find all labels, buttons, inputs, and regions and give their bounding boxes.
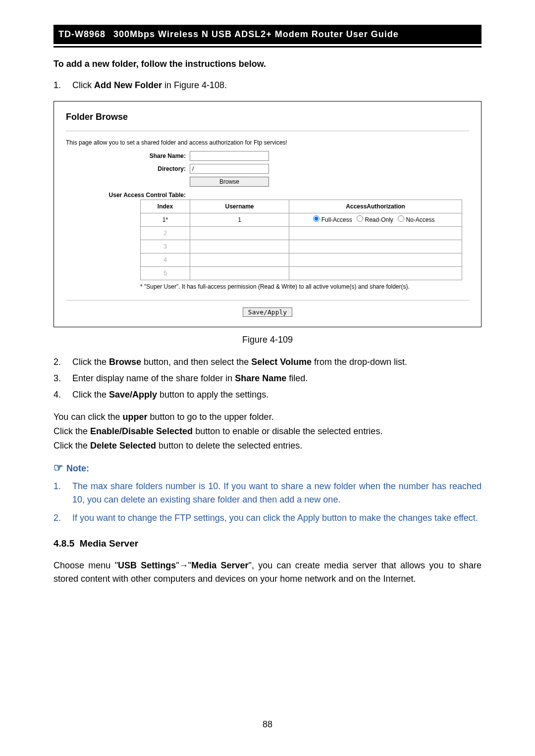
body-line-upper: You can click the upper button to go to …	[54, 410, 482, 424]
cell-index: 3	[141, 240, 190, 253]
figure-divider	[66, 131, 469, 131]
radio-full-access[interactable]: Full-Access	[313, 216, 352, 223]
step-3: 3.Enter display name of the share folder…	[54, 372, 482, 385]
document-header: TD-W8968 300Mbps Wireless N USB ADSL2+ M…	[54, 25, 482, 44]
table-row: 2	[141, 227, 462, 240]
cell-access	[289, 267, 462, 280]
share-name-row: Share Name:	[66, 151, 469, 161]
cell-access	[289, 253, 462, 267]
cell-access: Full-Access Read-Only No-Access	[289, 213, 462, 227]
step-2: 2.Click the Browse button, and then sele…	[54, 355, 482, 369]
table-footnote: * "Super User". It has full-access permi…	[140, 282, 469, 291]
figure-description: This page allow you to set a shared fold…	[66, 138, 469, 147]
section-heading: 4.8.5 Media Server	[54, 537, 482, 551]
col-access: AccessAuthorization	[289, 200, 462, 213]
save-apply-row: Save/Apply	[66, 307, 469, 317]
figure-caption: Figure 4-109	[54, 333, 482, 347]
note-heading: ☞Note:	[54, 459, 482, 476]
radio-no-access[interactable]: No-Access	[398, 216, 434, 223]
note-2: 2.If you want to change the FTP settings…	[54, 511, 482, 525]
step-1: 1.Click Add New Folder in Figure 4-108.	[54, 79, 482, 92]
table-row: 5	[141, 267, 462, 280]
share-name-input[interactable]	[190, 151, 269, 161]
table-row: 4	[141, 253, 462, 267]
table-row: 3	[141, 240, 462, 253]
user-access-table: Index Username AccessAuthorization 1* 1 …	[140, 200, 462, 280]
col-username: Username	[190, 200, 289, 213]
cell-index: 5	[141, 267, 190, 280]
cell-access	[289, 227, 462, 240]
table-row: 1* 1 Full-Access Read-Only No-Access	[141, 213, 462, 227]
directory-row: Directory:	[66, 164, 469, 174]
cell-index: 1*	[141, 213, 190, 227]
radio-read-only[interactable]: Read-Only	[357, 216, 393, 223]
header-rule	[54, 46, 482, 48]
uact-label: User Access Control Table:	[66, 191, 190, 200]
share-name-label: Share Name:	[66, 151, 190, 160]
header-model: TD-W8968	[58, 29, 106, 39]
cell-username	[190, 267, 289, 280]
page-number: 88	[0, 718, 535, 731]
note-1: 1.The max share folders number is 10. If…	[54, 480, 482, 506]
figure-divider-bottom	[66, 300, 469, 301]
col-index: Index	[141, 200, 190, 213]
figure-title: Folder Browse	[66, 110, 469, 124]
cell-access	[289, 240, 462, 253]
directory-input[interactable]	[190, 164, 269, 174]
browse-row: Browse	[66, 177, 469, 187]
hand-icon: ☞	[54, 461, 63, 474]
cell-username: 1	[190, 213, 289, 227]
section-paragraph: Choose menu "USB Settings"→"Media Server…	[54, 559, 482, 586]
note-list: 1.The max share folders number is 10. If…	[54, 480, 482, 525]
browse-button[interactable]: Browse	[190, 177, 269, 187]
intro-text: To add a new folder, follow the instruct…	[54, 57, 482, 71]
step-4: 4.Click the Save/Apply button to apply t…	[54, 388, 482, 402]
cell-index: 4	[141, 253, 190, 267]
cell-index: 2	[141, 227, 190, 240]
table-header-row: Index Username AccessAuthorization	[141, 200, 462, 213]
save-apply-button[interactable]: Save/Apply	[243, 307, 292, 317]
directory-label: Directory:	[66, 164, 190, 173]
step-list-1: 1.Click Add New Folder in Figure 4-108.	[54, 79, 482, 92]
cell-username	[190, 240, 289, 253]
figure-folder-browse: Folder Browse This page allow you to set…	[54, 101, 482, 327]
header-title: 300Mbps Wireless N USB ADSL2+ Modem Rout…	[113, 29, 399, 39]
body-line-delete: Click the Delete Selected button to dele…	[54, 439, 482, 453]
cell-username	[190, 227, 289, 240]
body-line-enable-disable: Click the Enable/Disable Selected button…	[54, 425, 482, 438]
step-list-2: 2.Click the Browse button, and then sele…	[54, 355, 482, 402]
cell-username	[190, 253, 289, 267]
